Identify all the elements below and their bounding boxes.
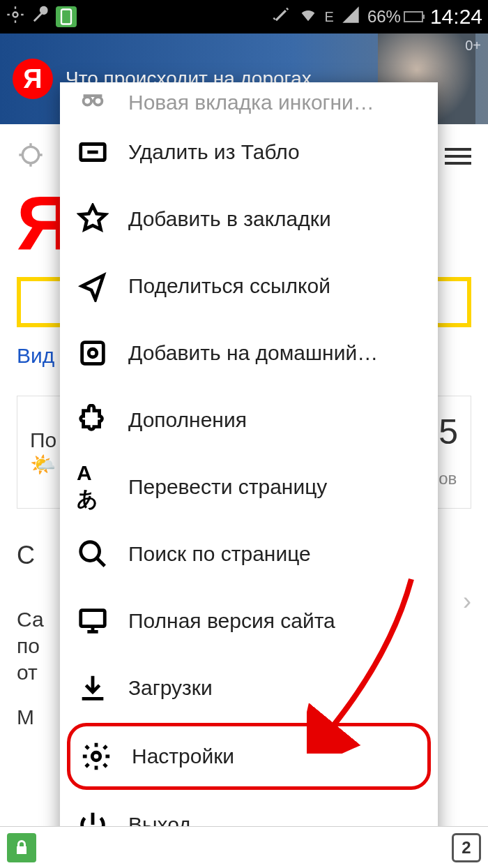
page-text-1: Са	[17, 608, 44, 631]
android-status-bar: E 66% 14:24	[0, 0, 488, 33]
hamburger-icon[interactable]	[445, 148, 471, 165]
add-home-icon	[77, 337, 109, 369]
menu-item-label: Поделиться ссылкой	[128, 274, 330, 298]
browser-bottom-bar: 2	[0, 826, 488, 868]
menu-item-find[interactable]: Поиск по странице	[60, 521, 438, 588]
menu-item-label: Добавить в закладки	[128, 207, 331, 231]
weather-sun-icon: 🌤️	[30, 452, 56, 477]
menu-item-remove-tile[interactable]: Удалить из Табло	[60, 119, 438, 186]
vibrate-icon	[272, 5, 291, 29]
svg-rect-9	[81, 611, 105, 627]
svg-point-0	[13, 12, 18, 17]
menu-item-label: Полная версия сайта	[128, 609, 335, 633]
chevron-right-icon[interactable]: ›	[463, 587, 471, 616]
network-type-label: E	[325, 9, 334, 25]
svg-point-10	[92, 752, 100, 761]
tabs-count-value: 2	[462, 838, 471, 858]
share-icon	[77, 270, 109, 302]
puzzle-icon	[77, 404, 109, 436]
weather-label: По	[30, 428, 56, 452]
weather-unit: ов	[439, 469, 457, 488]
menu-item-incognito[interactable]: Новая вкладка инкогни…	[60, 87, 438, 119]
wifi-icon	[298, 5, 318, 29]
age-rating-badge: 0+	[465, 38, 481, 54]
wrench-icon	[31, 5, 50, 29]
menu-item-share[interactable]: Поделиться ссылкой	[60, 253, 438, 320]
app-square-icon	[56, 6, 77, 27]
search-page-icon	[77, 538, 109, 570]
svg-rect-6	[82, 343, 104, 364]
menu-item-translate[interactable]: Aあ Перевести страницу	[60, 454, 438, 521]
svg-point-3	[84, 97, 91, 105]
remove-tile-icon	[77, 136, 109, 168]
gps-icon	[6, 5, 25, 29]
svg-point-7	[89, 349, 97, 357]
weather-value: 5	[439, 412, 458, 452]
page-text-2: по	[17, 634, 44, 658]
incognito-icon	[77, 87, 109, 114]
menu-item-desktop-site[interactable]: Полная версия сайта	[60, 588, 438, 654]
menu-item-downloads[interactable]: Загрузки	[60, 654, 438, 721]
svg-rect-1	[61, 10, 71, 24]
menu-item-label: Новая вкладка инкогни…	[128, 91, 374, 114]
yandex-logo-circle: Я	[13, 59, 53, 99]
menu-item-bookmark[interactable]: Добавить в закладки	[60, 186, 438, 253]
battery-indicator: 66%	[367, 7, 423, 27]
menu-item-add-home[interactable]: Добавить на домашний…	[60, 320, 438, 387]
svg-point-4	[94, 97, 102, 105]
tabs-count-button[interactable]: 2	[452, 833, 481, 862]
secure-lock-icon[interactable]	[7, 833, 36, 862]
page-text-3: от	[17, 661, 44, 684]
desktop-icon	[77, 605, 109, 637]
menu-item-label: Добавить на домашний…	[128, 341, 378, 365]
svg-point-2	[22, 147, 38, 163]
settings-icon	[80, 740, 112, 772]
menu-item-extensions[interactable]: Дополнения	[60, 387, 438, 454]
menu-item-label: Поиск по странице	[128, 542, 311, 566]
menu-item-label: Загрузки	[128, 676, 213, 700]
menu-item-label: Удалить из Табло	[128, 140, 300, 164]
clock: 14:24	[430, 5, 482, 29]
star-icon	[77, 203, 109, 235]
download-icon	[77, 672, 109, 704]
svg-point-8	[81, 542, 100, 561]
menu-item-label: Перевести страницу	[128, 475, 327, 499]
browser-overflow-menu: Новая вкладка инкогни… Удалить из Табло …	[60, 82, 438, 861]
cell-signal-icon	[341, 5, 360, 29]
menu-item-settings[interactable]: Настройки	[67, 723, 431, 790]
menu-item-label: Настройки	[132, 744, 234, 768]
menu-item-label: Дополнения	[128, 408, 247, 432]
battery-percent: 66%	[367, 7, 401, 27]
translate-icon: Aあ	[77, 471, 109, 503]
location-icon[interactable]	[17, 141, 45, 172]
